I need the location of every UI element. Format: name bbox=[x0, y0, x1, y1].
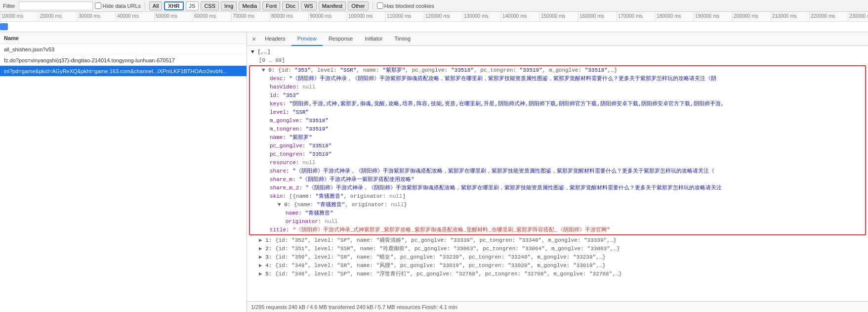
filter-input[interactable] bbox=[19, 1, 93, 10]
ruler-tick: 20000 ms bbox=[39, 12, 77, 21]
ruler-tick: 180000 ms bbox=[655, 12, 694, 21]
ruler-tick: 200000 ms bbox=[732, 12, 771, 21]
toolbar-separator bbox=[145, 2, 145, 10]
css-filter-btn[interactable]: CSS bbox=[201, 1, 219, 10]
tab-preview[interactable]: Preview bbox=[291, 32, 323, 46]
chart-row bbox=[0, 22, 868, 32]
hide-data-urls-checkbox[interactable]: Hide data URLs bbox=[95, 2, 141, 9]
tab-timing[interactable]: Timing bbox=[389, 32, 417, 46]
ruler-tick: 110000 ms bbox=[385, 12, 424, 21]
media-filter-btn[interactable]: Media bbox=[239, 1, 260, 10]
tab-bar: × Headers Preview Response Initiator Tim… bbox=[247, 32, 868, 46]
ruler-tick: 230000 ms bbox=[848, 12, 868, 21]
tab-response[interactable]: Response bbox=[323, 32, 359, 46]
xhr-filter-btn[interactable]: XHR bbox=[164, 1, 183, 10]
ruler-tick: 10000 ms bbox=[0, 12, 39, 21]
ruler-tick: 30000 ms bbox=[77, 12, 116, 21]
waterfall-bar bbox=[0, 23, 8, 30]
ruler-tick: 40000 ms bbox=[116, 12, 154, 21]
toolbar-separator-2 bbox=[372, 2, 373, 10]
content-area: Name all_shishen.json?v53 fz.do?pos=viny… bbox=[0, 32, 868, 312]
ruler-tick: 100000 ms bbox=[347, 12, 385, 21]
timeline-area: 10000 ms20000 ms30000 ms40000 ms50000 ms… bbox=[0, 12, 868, 32]
network-list[interactable]: all_shishen.json?v53 fz.do?pos=vinyangsh… bbox=[0, 44, 247, 312]
ws-filter-btn[interactable]: WS bbox=[301, 1, 317, 10]
ruler-tick: 210000 ms bbox=[771, 12, 809, 21]
network-toolbar: Filter Hide data URLs All XHR JS CSS Img… bbox=[0, 0, 868, 12]
ruler-tick: 140000 ms bbox=[501, 12, 539, 21]
filter-label: Filter bbox=[3, 3, 15, 9]
network-item-0[interactable]: all_shishen.json?v53 bbox=[0, 44, 247, 55]
ruler-tick: 160000 ms bbox=[578, 12, 617, 21]
ruler-row: 10000 ms20000 ms30000 ms40000 ms50000 ms… bbox=[0, 12, 868, 22]
network-item-1[interactable]: fz.do?pos=vinyangshi(q37)-dingtiao-21401… bbox=[0, 55, 247, 66]
has-blocked-cookies-checkbox[interactable]: Has blocked cookies bbox=[377, 2, 434, 9]
ruler-tick: 190000 ms bbox=[694, 12, 732, 21]
right-panel: × Headers Preview Response Initiator Tim… bbox=[247, 32, 868, 312]
js-filter-btn[interactable]: JS bbox=[186, 1, 199, 10]
left-panel: Name all_shishen.json?v53 fz.do?pos=viny… bbox=[0, 32, 247, 312]
left-panel-header: Name bbox=[0, 32, 247, 44]
other-filter-btn[interactable]: Other bbox=[348, 1, 369, 10]
status-bar: 1/295 requests 240 kB / 4.6 MB transferr… bbox=[247, 301, 868, 312]
tab-headers[interactable]: Headers bbox=[259, 32, 291, 46]
devtools-window: Filter Hide data URLs All XHR JS CSS Img… bbox=[0, 0, 868, 312]
ruler-tick: 80000 ms bbox=[270, 12, 308, 21]
tab-initiator[interactable]: Initiator bbox=[359, 32, 388, 46]
img-filter-btn[interactable]: Img bbox=[221, 1, 237, 10]
ruler-tick: 170000 ms bbox=[617, 12, 655, 21]
ruler-tick: 70000 ms bbox=[231, 12, 270, 21]
doc-filter-btn[interactable]: Doc bbox=[282, 1, 299, 10]
ruler-tick: 90000 ms bbox=[308, 12, 347, 21]
ruler-tick: 150000 ms bbox=[539, 12, 578, 21]
ruler-tick: 60000 ms bbox=[193, 12, 231, 21]
ruler-tick: 50000 ms bbox=[154, 12, 193, 21]
ruler-tick: 120000 ms bbox=[424, 12, 462, 21]
font-filter-btn[interactable]: Font bbox=[262, 1, 280, 10]
manifest-filter-btn[interactable]: Manifest bbox=[319, 1, 346, 10]
item0-red-border-box: ▼ 0: {id: "353", level: "SSR", name: "紫那… bbox=[249, 65, 866, 235]
ruler-tick: 130000 ms bbox=[462, 12, 501, 21]
preview-area: ▼ [,…][0 … 99]▼ 0: {id: "353", level: "S… bbox=[247, 46, 868, 301]
close-icon[interactable]: × bbox=[249, 35, 259, 43]
network-item-2[interactable]: ini?pd=game&pkid=AGyReXQ&pkht=game.163.c… bbox=[0, 66, 247, 77]
all-filter-btn[interactable]: All bbox=[149, 1, 162, 10]
ruler-tick: 220000 ms bbox=[809, 12, 848, 21]
